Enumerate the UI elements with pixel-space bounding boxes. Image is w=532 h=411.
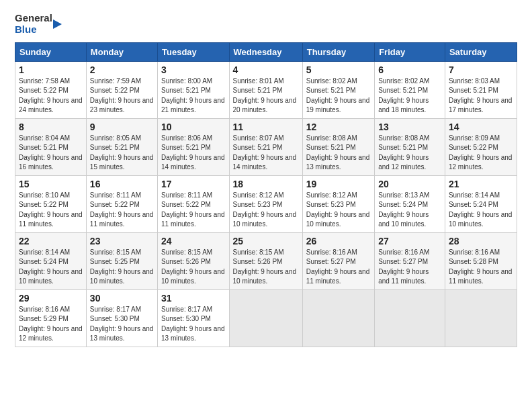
calendar-cell — [229, 289, 302, 347]
calendar-cell: 14Sunrise: 8:09 AMSunset: 5:22 PMDayligh… — [445, 118, 517, 175]
calendar-week-row: 8Sunrise: 8:04 AMSunset: 5:21 PMDaylight… — [15, 118, 517, 175]
day-number: 10 — [161, 122, 226, 132]
day-info: Sunrise: 8:16 AMSunset: 5:27 PMDaylight:… — [306, 248, 371, 287]
calendar-cell: 2Sunrise: 7:59 AMSunset: 5:22 PMDaylight… — [86, 61, 157, 118]
calendar-cell: 11Sunrise: 8:07 AMSunset: 5:21 PMDayligh… — [229, 118, 302, 175]
calendar-cell: 25Sunrise: 8:15 AMSunset: 5:26 PMDayligh… — [229, 232, 302, 289]
day-info: Sunrise: 8:16 AMSunset: 5:27 PMDaylight:… — [378, 248, 441, 287]
calendar-cell: 23Sunrise: 8:15 AMSunset: 5:25 PMDayligh… — [86, 232, 157, 289]
calendar-header-row: SundayMondayTuesdayWednesdayThursdayFrid… — [15, 42, 517, 61]
calendar-cell: 24Sunrise: 8:15 AMSunset: 5:26 PMDayligh… — [158, 232, 230, 289]
day-info: Sunrise: 8:10 AMSunset: 5:22 PMDaylight:… — [19, 191, 83, 230]
day-info: Sunrise: 8:12 AMSunset: 5:23 PMDaylight:… — [306, 191, 371, 230]
day-info: Sunrise: 8:17 AMSunset: 5:30 PMDaylight:… — [90, 305, 154, 344]
day-number: 8 — [19, 122, 83, 132]
calendar-cell: 19Sunrise: 8:12 AMSunset: 5:23 PMDayligh… — [302, 175, 374, 232]
day-info: Sunrise: 8:16 AMSunset: 5:28 PMDaylight:… — [449, 248, 513, 287]
calendar-cell: 28Sunrise: 8:16 AMSunset: 5:28 PMDayligh… — [445, 232, 517, 289]
day-number: 18 — [233, 179, 299, 189]
calendar-cell: 21Sunrise: 8:14 AMSunset: 5:24 PMDayligh… — [445, 175, 517, 232]
calendar-cell: 3Sunrise: 8:00 AMSunset: 5:21 PMDaylight… — [158, 61, 230, 118]
day-number: 19 — [306, 179, 371, 189]
day-info: Sunrise: 8:01 AMSunset: 5:21 PMDaylight:… — [233, 77, 299, 116]
day-number: 17 — [161, 179, 226, 189]
day-number: 24 — [161, 236, 226, 246]
calendar-cell: 26Sunrise: 8:16 AMSunset: 5:27 PMDayligh… — [302, 232, 374, 289]
day-number: 9 — [90, 122, 154, 132]
day-info: Sunrise: 8:15 AMSunset: 5:26 PMDaylight:… — [233, 248, 299, 287]
day-info: Sunrise: 8:11 AMSunset: 5:22 PMDaylight:… — [90, 191, 154, 230]
calendar-cell: 5Sunrise: 8:02 AMSunset: 5:21 PMDaylight… — [302, 61, 374, 118]
day-info: Sunrise: 8:15 AMSunset: 5:25 PMDaylight:… — [90, 248, 154, 287]
calendar-cell: 29Sunrise: 8:16 AMSunset: 5:29 PMDayligh… — [15, 289, 87, 347]
calendar-cell: 15Sunrise: 8:10 AMSunset: 5:22 PMDayligh… — [15, 175, 87, 232]
day-number: 12 — [306, 122, 371, 132]
calendar-table: SundayMondayTuesdayWednesdayThursdayFrid… — [15, 42, 517, 347]
logo-text: General Blue — [15, 12, 52, 36]
day-number: 15 — [19, 179, 83, 189]
calendar-week-row: 1Sunrise: 7:58 AMSunset: 5:22 PMDaylight… — [15, 61, 517, 118]
day-info: Sunrise: 8:12 AMSunset: 5:23 PMDaylight:… — [233, 191, 299, 230]
calendar-cell: 1Sunrise: 7:58 AMSunset: 5:22 PMDaylight… — [15, 61, 87, 118]
calendar-cell: 22Sunrise: 8:14 AMSunset: 5:24 PMDayligh… — [15, 232, 87, 289]
day-info: Sunrise: 8:11 AMSunset: 5:22 PMDaylight:… — [161, 191, 226, 230]
calendar-cell: 17Sunrise: 8:11 AMSunset: 5:22 PMDayligh… — [158, 175, 230, 232]
calendar-cell: 18Sunrise: 8:12 AMSunset: 5:23 PMDayligh… — [229, 175, 302, 232]
day-number: 22 — [19, 236, 83, 246]
calendar-cell: 12Sunrise: 8:08 AMSunset: 5:21 PMDayligh… — [302, 118, 374, 175]
column-header-thursday: Thursday — [302, 42, 374, 61]
column-header-sunday: Sunday — [15, 42, 87, 61]
day-number: 16 — [90, 179, 154, 189]
calendar-cell — [375, 289, 445, 347]
day-number: 30 — [90, 293, 154, 304]
day-number: 13 — [378, 122, 441, 132]
day-info: Sunrise: 8:16 AMSunset: 5:29 PMDaylight:… — [19, 305, 83, 344]
day-number: 25 — [233, 236, 299, 246]
calendar-cell: 31Sunrise: 8:17 AMSunset: 5:30 PMDayligh… — [158, 289, 230, 347]
day-number: 6 — [378, 64, 441, 75]
calendar-cell: 13Sunrise: 8:08 AMSunset: 5:21 PMDayligh… — [375, 118, 445, 175]
calendar-week-row: 15Sunrise: 8:10 AMSunset: 5:22 PMDayligh… — [15, 175, 517, 232]
day-number: 5 — [306, 64, 371, 75]
day-info: Sunrise: 8:00 AMSunset: 5:21 PMDaylight:… — [161, 77, 226, 116]
calendar-week-row: 29Sunrise: 8:16 AMSunset: 5:29 PMDayligh… — [15, 289, 517, 347]
calendar-body: 1Sunrise: 7:58 AMSunset: 5:22 PMDaylight… — [15, 61, 517, 347]
day-number: 31 — [161, 293, 226, 304]
day-info: Sunrise: 8:03 AMSunset: 5:21 PMDaylight:… — [449, 77, 513, 116]
day-info: Sunrise: 8:14 AMSunset: 5:24 PMDaylight:… — [449, 191, 513, 230]
column-header-saturday: Saturday — [445, 42, 517, 61]
day-info: Sunrise: 8:05 AMSunset: 5:21 PMDaylight:… — [90, 134, 154, 173]
column-header-friday: Friday — [375, 42, 445, 61]
column-header-monday: Monday — [86, 42, 157, 61]
day-info: Sunrise: 8:08 AMSunset: 5:21 PMDaylight:… — [306, 134, 371, 173]
calendar-cell: 30Sunrise: 8:17 AMSunset: 5:30 PMDayligh… — [86, 289, 157, 347]
day-info: Sunrise: 7:58 AMSunset: 5:22 PMDaylight:… — [19, 77, 83, 116]
calendar-cell: 6Sunrise: 8:02 AMSunset: 5:21 PMDaylight… — [375, 61, 445, 118]
logo-general: General — [15, 12, 52, 24]
day-number: 29 — [19, 293, 83, 304]
calendar-cell: 10Sunrise: 8:06 AMSunset: 5:21 PMDayligh… — [158, 118, 230, 175]
day-number: 28 — [449, 236, 513, 246]
column-header-tuesday: Tuesday — [158, 42, 230, 61]
calendar-cell: 27Sunrise: 8:16 AMSunset: 5:27 PMDayligh… — [375, 232, 445, 289]
day-info: Sunrise: 8:02 AMSunset: 5:21 PMDaylight:… — [378, 77, 441, 116]
day-info: Sunrise: 8:06 AMSunset: 5:21 PMDaylight:… — [161, 134, 226, 173]
day-info: Sunrise: 8:13 AMSunset: 5:24 PMDaylight:… — [378, 191, 441, 230]
day-info: Sunrise: 8:17 AMSunset: 5:30 PMDaylight:… — [161, 305, 226, 344]
page-header: General Blue — [15, 12, 517, 36]
day-info: Sunrise: 8:07 AMSunset: 5:21 PMDaylight:… — [233, 134, 299, 173]
logo-blue: Blue — [15, 24, 52, 35]
day-number: 27 — [378, 236, 441, 246]
calendar-cell: 4Sunrise: 8:01 AMSunset: 5:21 PMDaylight… — [229, 61, 302, 118]
day-info: Sunrise: 8:08 AMSunset: 5:21 PMDaylight:… — [378, 134, 441, 173]
calendar-cell: 8Sunrise: 8:04 AMSunset: 5:21 PMDaylight… — [15, 118, 87, 175]
calendar-cell: 16Sunrise: 8:11 AMSunset: 5:22 PMDayligh… — [86, 175, 157, 232]
day-number: 3 — [161, 64, 226, 75]
day-info: Sunrise: 8:02 AMSunset: 5:21 PMDaylight:… — [306, 77, 371, 116]
calendar-cell — [302, 289, 374, 347]
day-info: Sunrise: 8:04 AMSunset: 5:21 PMDaylight:… — [19, 134, 83, 173]
logo-arrow-icon — [53, 19, 62, 29]
calendar-cell — [445, 289, 517, 347]
day-info: Sunrise: 7:59 AMSunset: 5:22 PMDaylight:… — [90, 77, 154, 116]
calendar-cell: 7Sunrise: 8:03 AMSunset: 5:21 PMDaylight… — [445, 61, 517, 118]
